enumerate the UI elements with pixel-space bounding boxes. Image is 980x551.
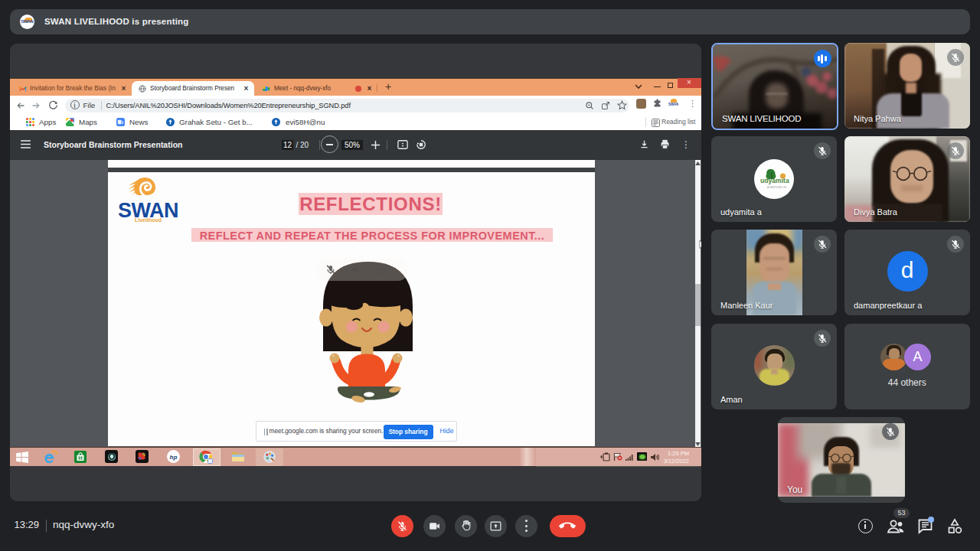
svg-text:udyamita: udyamita	[760, 177, 789, 184]
svg-text:A VENTURE OF: A VENTURE OF	[767, 185, 786, 188]
